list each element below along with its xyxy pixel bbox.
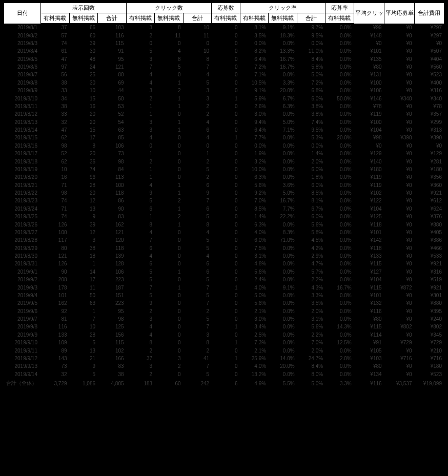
cell-ar_paid: 0.0% <box>325 118 354 126</box>
cell-app_paid: 0 <box>212 79 240 87</box>
cell-avg_cpc: ¥115 <box>354 260 384 267</box>
cell-ctr_paid: 6.3% <box>240 173 269 181</box>
cell-imp_total: 166 <box>98 355 127 362</box>
report-table: 日付 表示回数 クリック数 応募数 クリック率 応募率 平均クリック単価 平均応… <box>3 2 445 389</box>
cell-ar_paid: 0.0% <box>325 276 354 283</box>
cell-ctr_total: 5.8% <box>297 229 325 236</box>
cell-clk_total: 8 <box>183 220 212 228</box>
cell-imp_total: 102 <box>98 346 127 354</box>
cell-date: 2019/8/18 <box>4 157 41 165</box>
table-row: 2019/9/11891310220202.1%0.0%2.0%0.0%¥105… <box>4 346 444 354</box>
cell-app_paid: 1 <box>212 355 240 362</box>
table-row: 2019/8/28117312070506.0%71.0%4.5%0.0%¥14… <box>4 236 444 244</box>
table-row: 2019/9/41015015150505.0%0.0%3.3%0.0%¥101… <box>4 292 444 299</box>
cell-ctr_total: 5.8% <box>297 63 325 71</box>
cell-clk_paid: 4 <box>126 331 155 339</box>
cell-imp_total: 115 <box>98 39 127 47</box>
table-row: 2019/8/1332205431409.4%5.0%7.4%0.0%¥100¥… <box>4 118 444 126</box>
cell-imp_free: 9 <box>69 213 98 220</box>
cell-ctr_total: 3.3% <box>297 292 325 299</box>
cell-avg_cpc: ¥132 <box>354 299 384 307</box>
cell-ctr_total: 1.8% <box>297 173 325 181</box>
cell-ctr_total: 7.4% <box>297 118 325 126</box>
table-row: 2019/8/933104432309.1%20.0%6.8%0.0%¥106¥… <box>4 87 444 94</box>
cell-avg_apply: ¥0 <box>384 276 414 283</box>
cell-avg_apply: ¥0 <box>384 268 414 276</box>
cell-imp_total: 98 <box>98 315 127 323</box>
cell-cost: ¥560 <box>414 63 444 71</box>
table-row: 2019/8/1138165311202.6%6.3%3.8%0.0%¥78¥0… <box>4 102 444 110</box>
cell-avg_cpc: ¥122 <box>354 197 384 204</box>
cell-ctr_total: 1.4% <box>297 150 325 157</box>
table-row: 2019/9/137398332704.0%20.0%8.4%0.0%¥80¥0… <box>4 362 444 370</box>
cell-ctr_total: 2.0% <box>297 157 325 165</box>
header-clicks: クリック数 <box>126 3 212 13</box>
cell-avg_cpc: ¥131 <box>354 71 384 78</box>
cell-avg_apply: ¥0 <box>384 229 414 236</box>
cell-imp_total: 115 <box>98 339 127 346</box>
cell-app_paid: 0 <box>212 260 240 267</box>
cell-imp_free: 30 <box>69 79 98 87</box>
cell-imp_total: 54 <box>98 118 127 126</box>
cell-ctr_free: 0.0% <box>269 299 297 307</box>
cell-imp_total: 95 <box>98 55 127 63</box>
cell-imp_total: 121 <box>98 63 127 71</box>
table-row: 2019/9/10109511580817.3%0.0%7.0%12.5%¥91… <box>4 339 444 346</box>
cell-ar_paid: 20.0% <box>325 134 354 141</box>
cell-imp_total: 223 <box>98 299 127 307</box>
cell-imp_total: 118 <box>98 244 127 252</box>
cell-avg_apply: ¥729 <box>384 339 414 346</box>
cell-clk_free: 1 <box>155 126 184 134</box>
cell-cost: ¥316 <box>414 87 444 94</box>
cell-cost: ¥612 <box>414 197 444 204</box>
cell-clk_total: 3 <box>183 94 212 102</box>
cell-ctr_paid: 3.1% <box>240 252 269 260</box>
cell-avg_apply: ¥0 <box>384 118 414 126</box>
cell-app_paid: 0 <box>212 315 240 323</box>
table-row: 2019/8/261263916281806.3%0.0%5.6%0.0%¥11… <box>4 220 444 228</box>
cell-avg_apply: ¥0 <box>384 331 414 339</box>
cell-avg_cpc: ¥148 <box>354 31 384 39</box>
cell-clk_free: 0 <box>155 173 184 181</box>
cell-date: 2019/8/1 <box>4 24 41 32</box>
cell-ctr_paid: 5.6% <box>240 268 269 276</box>
cell-clk_free: 2 <box>155 197 184 204</box>
cell-imp_free: 38 <box>69 244 98 252</box>
cell-avg_apply: ¥0 <box>384 165 414 173</box>
cell-imp_paid: 121 <box>41 252 70 260</box>
cell-imp_paid: 178 <box>41 283 70 291</box>
cell-imp_total: 53 <box>98 102 127 110</box>
cell-clk_free: 1 <box>155 118 184 126</box>
cell-clk_total: 5 <box>183 213 212 220</box>
cell-avg_apply: ¥0 <box>384 102 414 110</box>
table-row: 2019/8/8383069415010.5%3.3%7.2%0.0%¥100¥… <box>4 79 444 87</box>
cell-cost: ¥802 <box>414 323 444 330</box>
cell-clk_free: 1 <box>155 102 184 110</box>
cell-avg_apply: ¥0 <box>384 157 414 165</box>
summary-ctr_total: 5.0% <box>297 378 325 388</box>
cell-avg_cpc: ¥105 <box>354 346 384 354</box>
cell-ar_paid: 0.0% <box>325 346 354 354</box>
cell-ctr_total: 8.4% <box>297 55 325 63</box>
cell-imp_paid: 47 <box>41 55 70 63</box>
header-ctr-total: 合計 <box>297 13 325 24</box>
cell-imp_free: 20 <box>69 189 98 197</box>
cell-clk_total: 7 <box>183 283 212 291</box>
cell-ar_paid: 0.0% <box>325 24 354 32</box>
cell-clk_total: 7 <box>183 362 212 370</box>
cell-ctr_paid: 6.0% <box>240 236 269 244</box>
cell-app_paid: 1 <box>212 94 240 102</box>
cell-avg_cpc: ¥115 <box>354 283 384 291</box>
table-row: 2019/8/257601162111103.5%18.3%9.5%0.0%¥1… <box>4 31 444 39</box>
cell-ctr_free: 0.0% <box>269 220 297 228</box>
cell-clk_total: 7 <box>183 197 212 204</box>
cell-ar_paid: 0.0% <box>325 260 354 267</box>
cell-imp_total: 106 <box>98 142 127 150</box>
cell-imp_free: 48 <box>69 55 98 63</box>
cell-ctr_free: 5.0% <box>269 118 297 126</box>
cell-imp_total: 38 <box>98 370 127 379</box>
cell-clk_paid: 0 <box>126 39 155 47</box>
cell-imp_paid: 74 <box>41 213 70 220</box>
cell-ctr_total: 6.8% <box>297 87 325 94</box>
cell-imp_free: 36 <box>69 157 98 165</box>
